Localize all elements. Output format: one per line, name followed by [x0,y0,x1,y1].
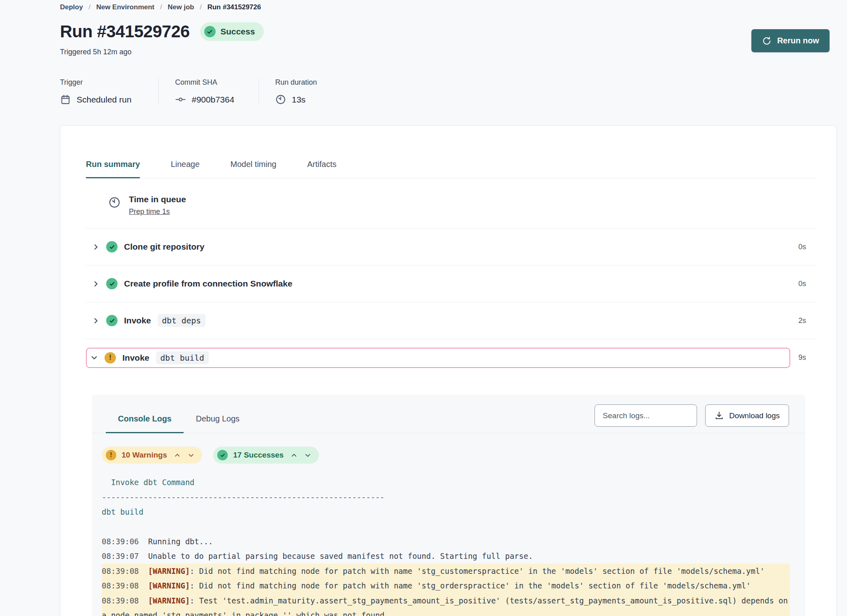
breadcrumb: Deploy / New Environment / New job / Run… [60,2,837,11]
chevron-up-icon[interactable] [174,452,181,459]
trigger-value: Scheduled run [77,95,131,105]
console-tabs: Console Logs Debug Logs [106,414,252,433]
log-line: dbt build [102,505,790,520]
step-label: Invoke [122,353,150,363]
breadcrumb-separator: / [160,3,162,11]
warnings-badge-label: 10 Warnings [122,451,167,460]
tab-lineage[interactable]: Lineage [171,160,199,178]
success-check-icon [106,278,118,289]
calendar-icon [60,94,71,105]
log-line-warning: 08:39:08 [WARNING]: Test 'test.admin_mat… [102,593,790,616]
status-badge: Success [200,22,264,41]
refresh-icon [762,36,772,46]
success-check-icon [106,315,118,326]
warning-icon: ! [105,352,116,364]
run-summary-card: Run summary Lineage Model timing Artifac… [60,125,837,616]
chevron-right-icon[interactable] [92,317,100,325]
step-duration: 9s [790,353,806,362]
triggered-timestamp: Triggered 5h 12m ago [60,48,837,56]
step-duration: 0s [790,280,806,288]
breadcrumb-current-run: Run #341529726 [207,3,261,11]
rerun-now-label: Rerun now [777,36,819,45]
step-row-clone-git[interactable]: Clone git repository 0s [86,229,816,265]
title-row: Run #341529726 Success [60,22,837,41]
warning-icon: ! [106,450,116,460]
tab-debug-logs[interactable]: Debug Logs [184,414,252,433]
chevron-up-icon[interactable] [291,452,297,459]
status-badge-label: Success [220,27,255,36]
chevron-down-icon[interactable] [304,452,311,459]
step-duration: 0s [790,243,806,251]
run-duration-value: 13s [292,95,306,105]
breadcrumb-deploy[interactable]: Deploy [60,3,83,11]
log-filter-badges: ! 10 Warnings 17 Successes [92,433,805,464]
prep-time-link[interactable]: Prep time 1s [129,207,170,216]
console-actions: Download logs [595,404,789,433]
breadcrumb-environment[interactable]: New Environment [96,3,154,11]
chevron-right-icon[interactable] [92,243,100,251]
log-line: Invoke dbt Command [102,475,790,490]
tab-artifacts[interactable]: Artifacts [307,160,336,178]
duration-label: Run duration [275,78,317,87]
log-line-warning: 08:39:08 [WARNING]: Did not find matchin… [102,564,790,579]
step-row-dbt-deps[interactable]: Invoke dbt deps 2s [86,302,816,339]
tab-run-summary[interactable]: Run summary [86,160,140,178]
download-logs-button[interactable]: Download logs [705,404,789,427]
successes-badge[interactable]: 17 Successes [213,447,319,464]
step-label: Invoke [124,316,151,325]
breadcrumb-job[interactable]: New job [168,3,194,11]
log-line: 08:39:06 Running dbt... [102,534,790,549]
chevron-down-icon[interactable] [90,354,98,361]
success-check-icon [217,450,228,460]
breadcrumb-separator: / [89,3,91,11]
run-tabs: Run summary Lineage Model timing Artifac… [86,160,816,178]
time-in-queue-section: Time in queue Prep time 1s [86,178,816,229]
warnings-badge[interactable]: ! 10 Warnings [102,447,202,464]
log-line: 08:39:07 Unable to do partial parsing be… [102,549,790,564]
chevron-down-icon[interactable] [188,452,195,459]
search-logs-input[interactable] [595,404,697,427]
step-label: Create profile from connection Snowflake [124,279,292,289]
step-row-create-profile[interactable]: Create profile from connection Snowflake… [86,265,816,302]
run-metadata: Trigger Scheduled run Commit SHA #900b73… [60,78,837,105]
step-row-dbt-build[interactable]: ! Invoke dbt build 9s [86,339,816,376]
clock-icon [108,196,121,209]
queue-title: Time in queue [129,195,186,204]
tab-model-timing[interactable]: Model timing [231,160,276,178]
download-icon [714,411,724,420]
trigger-label: Trigger [60,78,142,87]
log-line [102,520,790,534]
step-duration: 2s [790,317,806,325]
meta-commit: Commit SHA #900b7364 [159,78,259,105]
log-line: ----------------------------------------… [102,490,790,505]
commit-label: Commit SHA [175,78,242,87]
console-header: Console Logs Debug Logs Download logs [92,395,805,433]
clock-icon [275,94,286,105]
console-log-output: Invoke dbt Command ---------------------… [92,464,805,616]
commit-icon [175,94,186,105]
step-command-chip: dbt deps [158,314,205,327]
console-panel: Console Logs Debug Logs Download logs ! … [92,395,805,616]
download-logs-label: Download logs [729,411,780,420]
step-label: Clone git repository [124,242,204,252]
successes-badge-label: 17 Successes [233,451,284,460]
run-page: Deploy / New Environment / New job / Run… [0,0,847,616]
rerun-now-button[interactable]: Rerun now [751,29,830,52]
commit-sha-value: #900b7364 [192,95,234,105]
chevron-right-icon[interactable] [92,280,100,288]
meta-trigger: Trigger Scheduled run [60,78,159,105]
success-check-icon [204,26,216,37]
page-title: Run #341529726 [60,22,190,41]
log-line-warning: 08:39:08 [WARNING]: Did not find matchin… [102,578,790,593]
breadcrumb-separator: / [200,3,202,11]
step-command-chip: dbt build [156,351,209,364]
tab-console-logs[interactable]: Console Logs [106,414,184,433]
meta-duration: Run duration 13s [259,78,333,105]
success-check-icon [106,241,118,252]
